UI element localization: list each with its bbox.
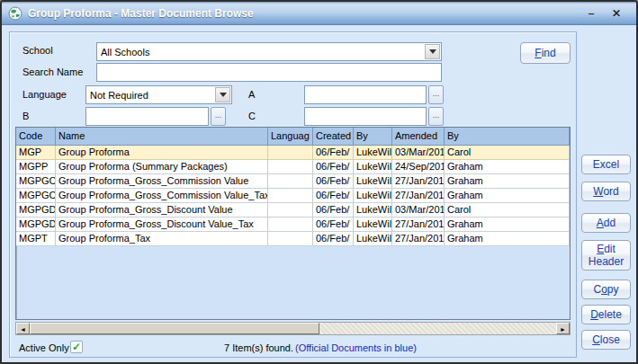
- cell-created: 06/Feb/: [313, 218, 354, 232]
- cell-code: MGPGD: [16, 218, 56, 232]
- table-row[interactable]: MGPGCGroup Proforma_Gross_Commission Val…: [16, 189, 570, 203]
- active-only-checkbox[interactable]: ✓: [70, 341, 83, 353]
- cell-amended: 27/Jan/2014: [392, 174, 445, 189]
- dialog-window: Group Proforma - Master Document Browse …: [0, 0, 638, 364]
- school-dropdown[interactable]: All Schools: [96, 42, 442, 61]
- add-button[interactable]: Add: [581, 213, 631, 233]
- cell-code: MGPT: [16, 232, 56, 246]
- column-header-languag[interactable]: Languag: [268, 128, 313, 146]
- main-panel: School All Schools Find Search Name Lang…: [9, 31, 577, 358]
- copy-button[interactable]: Copy: [581, 280, 631, 299]
- cell-by: LukeWils: [354, 160, 392, 174]
- cell-languag: [268, 174, 313, 189]
- cell-name: Group Proforma_Tax: [56, 232, 268, 246]
- scrollbar-thumb[interactable]: [30, 323, 319, 334]
- language-value: Not Required: [86, 90, 214, 101]
- a-browse-button[interactable]: ...: [428, 85, 444, 104]
- b-browse-button[interactable]: ...: [211, 107, 226, 126]
- chevron-down-icon[interactable]: [425, 44, 440, 59]
- cell-created: 06/Feb/: [313, 160, 354, 174]
- table-row[interactable]: MGPGCGroup Proforma_Gross_Commission Val…: [16, 174, 570, 189]
- official-documents-note: (Official Documents in blue): [295, 342, 417, 353]
- c-label: C: [248, 111, 256, 121]
- close-icon[interactable]: ✕: [608, 6, 625, 21]
- search-name-field-wrap: [96, 63, 442, 82]
- globe-icon: [8, 6, 22, 21]
- table-row[interactable]: MGPGroup Proforma06/Feb/LukeWils03/Mar/2…: [16, 146, 570, 160]
- cell-name: Group Proforma_Gross_Commission Value: [56, 174, 268, 189]
- column-header-created[interactable]: Created: [313, 128, 354, 146]
- cell-by2: Graham: [445, 189, 570, 203]
- cell-created: 06/Feb/: [313, 146, 354, 160]
- cell-by2: Graham: [445, 160, 570, 174]
- word-button[interactable]: Word: [581, 182, 631, 201]
- c-field-wrap: [304, 107, 427, 126]
- cell-name: Group Proforma (Summary Packages): [56, 160, 268, 174]
- cell-created: 06/Feb/: [313, 189, 354, 203]
- active-only-label: Active Only: [19, 342, 69, 353]
- cell-name: Group Proforma: [56, 146, 268, 160]
- cell-languag: [268, 160, 313, 174]
- excel-button[interactable]: Excel: [581, 155, 631, 174]
- b-field-wrap: [85, 107, 209, 126]
- table-row[interactable]: MGPTGroup Proforma_Tax06/Feb/LukeWils27/…: [16, 232, 570, 246]
- document-grid: CodeNameLanguagCreatedByAmendedBy MGPGro…: [15, 127, 571, 320]
- check-icon: ✓: [71, 342, 82, 352]
- cell-amended: 27/Jan/2014: [392, 218, 445, 232]
- cell-languag: [268, 189, 313, 203]
- b-input[interactable]: [86, 108, 208, 125]
- cell-amended: 03/Mar/2014: [392, 203, 445, 218]
- cell-amended: 27/Jan/2014: [392, 232, 445, 246]
- column-header-by2[interactable]: By: [445, 128, 570, 146]
- delete-button[interactable]: Delete: [581, 305, 631, 324]
- window-title: Group Proforma - Master Document Browse: [28, 7, 254, 20]
- cell-code: MGPP: [16, 160, 56, 174]
- horizontal-scrollbar[interactable]: ◄ ►: [15, 322, 571, 335]
- table-body: MGPGroup Proforma06/Feb/LukeWils03/Mar/2…: [16, 146, 570, 246]
- column-header-name[interactable]: Name: [56, 128, 268, 146]
- close-button[interactable]: Close: [581, 330, 631, 350]
- cell-created: 06/Feb/: [313, 203, 354, 218]
- cell-code: MGPGD: [16, 203, 56, 218]
- chevron-down-icon[interactable]: [215, 87, 230, 102]
- cell-by2: Carol: [445, 203, 570, 218]
- column-header-by[interactable]: By: [354, 128, 392, 146]
- minimize-icon[interactable]: –: [583, 6, 599, 21]
- cell-languag: [268, 203, 313, 218]
- cell-name: Group Proforma_Gross_Discount Value_Tax: [56, 218, 268, 232]
- cell-amended: 03/Mar/2014: [392, 146, 445, 160]
- title-bar[interactable]: Group Proforma - Master Document Browse …: [2, 2, 636, 25]
- cell-by: LukeWils: [354, 189, 392, 203]
- cell-amended: 24/Sep/2014: [392, 160, 445, 174]
- cell-languag: [268, 146, 313, 160]
- cell-by2: Graham: [445, 232, 570, 246]
- table-row[interactable]: MGPGDGroup Proforma_Gross_Discount Value…: [16, 203, 570, 218]
- cell-languag: [268, 218, 313, 232]
- cell-by2: Carol: [445, 146, 570, 160]
- grid-header-row: CodeNameLanguagCreatedByAmendedBy: [16, 128, 570, 146]
- find-button[interactable]: Find: [520, 42, 571, 64]
- edit-header-button[interactable]: Edit Header: [581, 240, 631, 271]
- language-dropdown[interactable]: Not Required: [85, 85, 232, 104]
- cell-name: Group Proforma_Gross_Commission Value_Ta…: [56, 189, 268, 203]
- table-row[interactable]: MGPPGroup Proforma (Summary Packages)06/…: [16, 160, 570, 174]
- search-name-input[interactable]: [97, 64, 441, 81]
- search-name-label: Search Name: [22, 67, 83, 77]
- cell-name: Group Proforma_Gross_Discount Value: [56, 203, 268, 218]
- cell-by: LukeWils: [354, 218, 392, 232]
- column-header-code[interactable]: Code: [16, 128, 56, 146]
- c-browse-button[interactable]: ...: [428, 107, 444, 126]
- c-input[interactable]: [305, 108, 426, 125]
- cell-languag: [268, 232, 313, 246]
- cell-by2: Graham: [445, 218, 570, 232]
- scroll-right-icon[interactable]: ►: [556, 323, 570, 334]
- table-row[interactable]: MGPGDGroup Proforma_Gross_Discount Value…: [16, 218, 570, 232]
- cell-by: LukeWils: [354, 203, 392, 218]
- a-field-wrap: [304, 85, 427, 104]
- a-input[interactable]: [305, 86, 426, 103]
- scroll-left-icon[interactable]: ◄: [16, 323, 30, 334]
- school-value: All Schools: [97, 47, 424, 58]
- b-label: B: [22, 111, 29, 121]
- column-header-amended[interactable]: Amended: [392, 128, 445, 146]
- cell-code: MGPGC: [16, 174, 56, 189]
